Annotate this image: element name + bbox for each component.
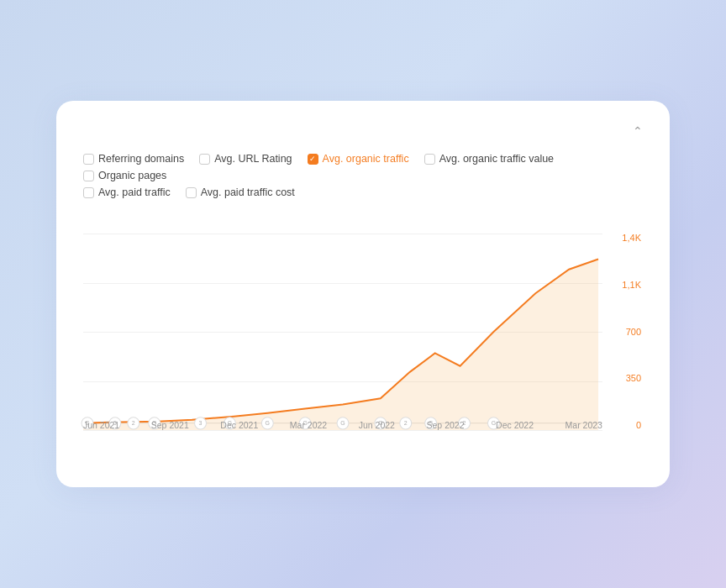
checkbox-avg-organic-traffic[interactable] [308, 154, 318, 165]
filter-label-avg-paid-traffic: Avg. paid traffic [98, 186, 171, 198]
filter-avg-paid-traffic[interactable]: Avg. paid traffic [83, 186, 171, 198]
x-axis: Jun 2021Sep 2021Dec 2021Mar 2022Jun 2022… [83, 403, 602, 430]
filter-label-avg-organic-traffic: Avg. organic traffic [323, 153, 409, 165]
chart-inner: G52G3GGGGG2G2G Jun 2021Sep 2021Dec 2021M… [83, 234, 602, 430]
filter-label-referring-domains: Referring domains [98, 153, 184, 165]
x-label: Jun 2022 [359, 420, 395, 430]
y-label: 0 [636, 421, 641, 430]
card-header: ⌃ [83, 124, 643, 138]
checkbox-avg-organic-traffic-value[interactable] [424, 154, 435, 165]
filter-label-avg-organic-traffic-value: Avg. organic traffic value [439, 153, 554, 165]
filter-label-avg-url-rating: Avg. URL Rating [214, 153, 292, 165]
filter-avg-organic-traffic[interactable]: Avg. organic traffic [308, 153, 409, 165]
chart-area: 1,4K1,1K7003500 G52G3GGGGG2G2G Jun 2021S… [83, 213, 643, 457]
y-label: 350 [626, 374, 641, 383]
filter-referring-domains[interactable]: Referring domains [83, 153, 184, 165]
checkbox-organic-pages[interactable] [83, 171, 94, 181]
filter-avg-organic-traffic-value[interactable]: Avg. organic traffic value [424, 153, 554, 165]
collapse-icon[interactable]: ⌃ [633, 124, 643, 138]
filter-avg-paid-traffic-cost[interactable]: Avg. paid traffic cost [186, 186, 295, 198]
chart-svg: G52G3GGGGG2G2G [83, 234, 602, 430]
x-label: Mar 2023 [566, 420, 602, 430]
grid-line [83, 430, 602, 431]
checkbox-avg-url-rating[interactable] [199, 154, 210, 165]
x-label: Sep 2022 [427, 420, 465, 430]
filter-organic-pages[interactable]: Organic pages [83, 170, 166, 181]
performance-card: ⌃ Referring domainsAvg. URL RatingAvg. o… [56, 101, 670, 487]
x-label: Dec 2022 [496, 420, 534, 430]
x-label: Sep 2021 [151, 420, 189, 430]
x-label: Mar 2022 [290, 420, 327, 430]
filter-label-organic-pages: Organic pages [98, 170, 166, 181]
filter-row-2: Avg. paid trafficAvg. paid traffic cost [83, 186, 643, 198]
filter-label-avg-paid-traffic-cost: Avg. paid traffic cost [201, 186, 295, 198]
checkbox-avg-paid-traffic[interactable] [83, 187, 94, 198]
y-label: 1,1K [622, 281, 641, 290]
filter-row-1: Referring domainsAvg. URL RatingAvg. org… [83, 153, 643, 181]
y-label: 1,4K [622, 234, 641, 243]
filter-avg-url-rating[interactable]: Avg. URL Rating [199, 153, 292, 165]
x-label: Jun 2021 [83, 420, 119, 430]
x-label: Dec 2021 [220, 420, 258, 430]
y-label: 700 [626, 328, 641, 337]
checkbox-avg-paid-traffic-cost[interactable] [186, 187, 197, 198]
y-axis: 1,4K1,1K7003500 [602, 234, 643, 430]
checkbox-referring-domains[interactable] [83, 154, 94, 165]
